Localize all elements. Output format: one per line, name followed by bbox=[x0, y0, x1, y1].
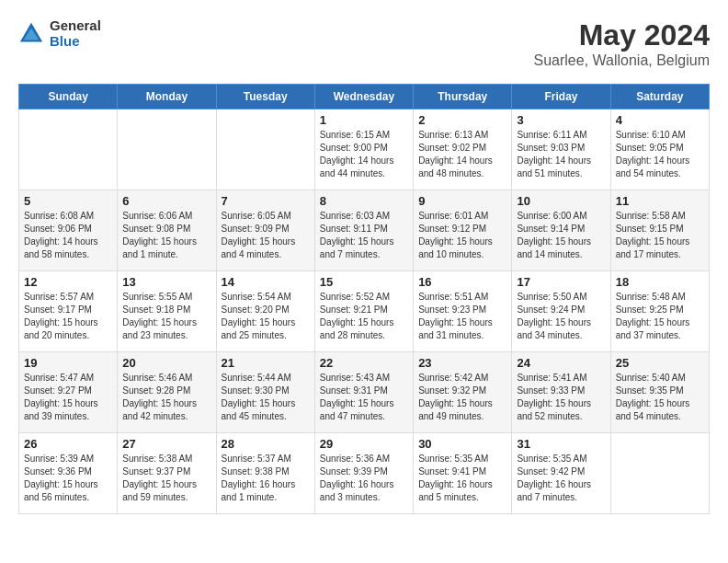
day-cell: 23Sunrise: 5:42 AM Sunset: 9:32 PM Dayli… bbox=[414, 352, 512, 433]
logo-blue: Blue bbox=[50, 34, 101, 50]
calendar-table: SundayMondayTuesdayWednesdayThursdayFrid… bbox=[18, 84, 710, 514]
day-cell: 19Sunrise: 5:47 AM Sunset: 9:27 PM Dayli… bbox=[19, 352, 118, 433]
day-number: 15 bbox=[320, 275, 408, 289]
day-info: Sunrise: 5:47 AM Sunset: 9:27 PM Dayligh… bbox=[24, 372, 112, 423]
day-cell: 13Sunrise: 5:55 AM Sunset: 9:18 PM Dayli… bbox=[118, 271, 216, 352]
day-cell bbox=[118, 109, 216, 190]
day-info: Sunrise: 5:42 AM Sunset: 9:32 PM Dayligh… bbox=[418, 372, 506, 423]
weekday-header-monday: Monday bbox=[118, 85, 216, 109]
day-cell: 15Sunrise: 5:52 AM Sunset: 9:21 PM Dayli… bbox=[314, 271, 413, 352]
day-number: 6 bbox=[122, 194, 210, 208]
day-info: Sunrise: 5:58 AM Sunset: 9:15 PM Dayligh… bbox=[616, 210, 704, 261]
logo-icon bbox=[18, 21, 44, 47]
logo: General Blue bbox=[18, 18, 101, 49]
day-cell bbox=[19, 109, 118, 190]
day-cell: 7Sunrise: 6:05 AM Sunset: 9:09 PM Daylig… bbox=[216, 190, 314, 271]
day-cell: 30Sunrise: 5:35 AM Sunset: 9:41 PM Dayli… bbox=[414, 433, 512, 514]
day-number: 29 bbox=[320, 437, 408, 451]
day-info: Sunrise: 6:03 AM Sunset: 9:11 PM Dayligh… bbox=[320, 210, 408, 261]
day-number: 20 bbox=[122, 356, 210, 370]
day-number: 22 bbox=[320, 356, 408, 370]
logo-text: General Blue bbox=[50, 18, 101, 49]
day-cell: 16Sunrise: 5:51 AM Sunset: 9:23 PM Dayli… bbox=[414, 271, 512, 352]
day-info: Sunrise: 6:05 AM Sunset: 9:09 PM Dayligh… bbox=[222, 210, 310, 261]
weekday-header-saturday: Saturday bbox=[610, 85, 709, 109]
day-number: 2 bbox=[418, 113, 506, 127]
day-cell: 24Sunrise: 5:41 AM Sunset: 9:33 PM Dayli… bbox=[512, 352, 610, 433]
day-cell: 6Sunrise: 6:06 AM Sunset: 9:08 PM Daylig… bbox=[118, 190, 216, 271]
day-number: 9 bbox=[418, 194, 506, 208]
day-number: 7 bbox=[222, 194, 310, 208]
day-cell: 29Sunrise: 5:36 AM Sunset: 9:39 PM Dayli… bbox=[314, 433, 413, 514]
day-cell: 31Sunrise: 5:35 AM Sunset: 9:42 PM Dayli… bbox=[512, 433, 610, 514]
day-info: Sunrise: 5:44 AM Sunset: 9:30 PM Dayligh… bbox=[222, 372, 310, 423]
day-info: Sunrise: 6:13 AM Sunset: 9:02 PM Dayligh… bbox=[418, 129, 506, 180]
day-number: 21 bbox=[222, 356, 310, 370]
weekday-header-row: SundayMondayTuesdayWednesdayThursdayFrid… bbox=[19, 85, 710, 109]
day-number: 17 bbox=[517, 275, 605, 289]
day-cell: 14Sunrise: 5:54 AM Sunset: 9:20 PM Dayli… bbox=[216, 271, 314, 352]
day-number: 14 bbox=[222, 275, 310, 289]
day-info: Sunrise: 5:41 AM Sunset: 9:33 PM Dayligh… bbox=[517, 372, 605, 423]
day-info: Sunrise: 5:57 AM Sunset: 9:17 PM Dayligh… bbox=[24, 291, 112, 342]
day-info: Sunrise: 5:54 AM Sunset: 9:20 PM Dayligh… bbox=[222, 291, 310, 342]
day-info: Sunrise: 5:55 AM Sunset: 9:18 PM Dayligh… bbox=[122, 291, 210, 342]
day-number: 12 bbox=[24, 275, 112, 289]
day-number: 1 bbox=[320, 113, 408, 127]
day-number: 19 bbox=[24, 356, 112, 370]
day-cell: 18Sunrise: 5:48 AM Sunset: 9:25 PM Dayli… bbox=[610, 271, 709, 352]
day-info: Sunrise: 5:43 AM Sunset: 9:31 PM Dayligh… bbox=[320, 372, 408, 423]
day-number: 5 bbox=[24, 194, 112, 208]
day-cell: 26Sunrise: 5:39 AM Sunset: 9:36 PM Dayli… bbox=[19, 433, 118, 514]
day-info: Sunrise: 6:15 AM Sunset: 9:00 PM Dayligh… bbox=[320, 129, 408, 180]
day-info: Sunrise: 5:48 AM Sunset: 9:25 PM Dayligh… bbox=[616, 291, 704, 342]
day-info: Sunrise: 5:46 AM Sunset: 9:28 PM Dayligh… bbox=[122, 372, 210, 423]
day-number: 18 bbox=[616, 275, 704, 289]
week-row-5: 26Sunrise: 5:39 AM Sunset: 9:36 PM Dayli… bbox=[19, 433, 710, 514]
location-title: Suarlee, Wallonia, Belgium bbox=[534, 52, 711, 69]
day-info: Sunrise: 6:06 AM Sunset: 9:08 PM Dayligh… bbox=[122, 210, 210, 261]
day-cell: 11Sunrise: 5:58 AM Sunset: 9:15 PM Dayli… bbox=[610, 190, 709, 271]
day-number: 10 bbox=[517, 194, 605, 208]
day-cell: 2Sunrise: 6:13 AM Sunset: 9:02 PM Daylig… bbox=[414, 109, 512, 190]
day-info: Sunrise: 5:52 AM Sunset: 9:21 PM Dayligh… bbox=[320, 291, 408, 342]
day-info: Sunrise: 5:37 AM Sunset: 9:38 PM Dayligh… bbox=[222, 453, 310, 504]
week-row-2: 5Sunrise: 6:08 AM Sunset: 9:06 PM Daylig… bbox=[19, 190, 710, 271]
day-cell: 12Sunrise: 5:57 AM Sunset: 9:17 PM Dayli… bbox=[19, 271, 118, 352]
day-cell: 20Sunrise: 5:46 AM Sunset: 9:28 PM Dayli… bbox=[118, 352, 216, 433]
day-number: 26 bbox=[24, 437, 112, 451]
weekday-header-tuesday: Tuesday bbox=[216, 85, 314, 109]
day-cell: 27Sunrise: 5:38 AM Sunset: 9:37 PM Dayli… bbox=[118, 433, 216, 514]
day-info: Sunrise: 5:39 AM Sunset: 9:36 PM Dayligh… bbox=[24, 453, 112, 504]
day-number: 3 bbox=[517, 113, 605, 127]
day-info: Sunrise: 6:11 AM Sunset: 9:03 PM Dayligh… bbox=[517, 129, 605, 180]
month-title: May 2024 bbox=[534, 18, 711, 52]
week-row-4: 19Sunrise: 5:47 AM Sunset: 9:27 PM Dayli… bbox=[19, 352, 710, 433]
logo-general: General bbox=[50, 18, 101, 34]
day-number: 27 bbox=[122, 437, 210, 451]
day-number: 13 bbox=[122, 275, 210, 289]
day-number: 4 bbox=[616, 113, 704, 127]
weekday-header-sunday: Sunday bbox=[19, 85, 118, 109]
day-cell: 9Sunrise: 6:01 AM Sunset: 9:12 PM Daylig… bbox=[414, 190, 512, 271]
day-info: Sunrise: 5:38 AM Sunset: 9:37 PM Dayligh… bbox=[122, 453, 210, 504]
day-cell: 4Sunrise: 6:10 AM Sunset: 9:05 PM Daylig… bbox=[610, 109, 709, 190]
day-info: Sunrise: 6:01 AM Sunset: 9:12 PM Dayligh… bbox=[418, 210, 506, 261]
day-cell: 10Sunrise: 6:00 AM Sunset: 9:14 PM Dayli… bbox=[512, 190, 610, 271]
day-cell: 25Sunrise: 5:40 AM Sunset: 9:35 PM Dayli… bbox=[610, 352, 709, 433]
day-number: 8 bbox=[320, 194, 408, 208]
day-info: Sunrise: 5:35 AM Sunset: 9:41 PM Dayligh… bbox=[418, 453, 506, 504]
day-number: 31 bbox=[517, 437, 605, 451]
day-info: Sunrise: 5:35 AM Sunset: 9:42 PM Dayligh… bbox=[517, 453, 605, 504]
day-cell bbox=[610, 433, 709, 514]
week-row-1: 1Sunrise: 6:15 AM Sunset: 9:00 PM Daylig… bbox=[19, 109, 710, 190]
title-block: May 2024 Suarlee, Wallonia, Belgium bbox=[534, 18, 711, 69]
day-info: Sunrise: 5:50 AM Sunset: 9:24 PM Dayligh… bbox=[517, 291, 605, 342]
day-number: 16 bbox=[418, 275, 506, 289]
day-number: 30 bbox=[418, 437, 506, 451]
day-info: Sunrise: 5:40 AM Sunset: 9:35 PM Dayligh… bbox=[616, 372, 704, 423]
day-cell: 8Sunrise: 6:03 AM Sunset: 9:11 PM Daylig… bbox=[314, 190, 413, 271]
day-info: Sunrise: 6:10 AM Sunset: 9:05 PM Dayligh… bbox=[616, 129, 704, 180]
day-cell: 21Sunrise: 5:44 AM Sunset: 9:30 PM Dayli… bbox=[216, 352, 314, 433]
day-number: 11 bbox=[616, 194, 704, 208]
